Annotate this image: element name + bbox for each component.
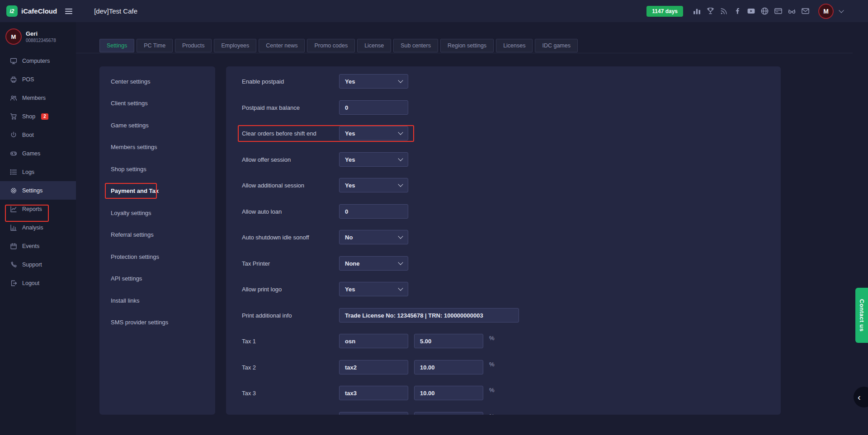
glasses-icon[interactable] [788,7,796,15]
globe-icon[interactable] [760,7,769,15]
sidebar-item-settings[interactable]: Settings [0,181,76,200]
bar-chart-icon[interactable] [693,7,701,15]
youtube-icon[interactable] [747,7,755,15]
sidebar-item-boot[interactable]: Boot [0,126,76,144]
chevron-down-icon [398,182,403,187]
monitor-icon [10,57,17,65]
sidebar-item-logs[interactable]: Logs [0,163,76,181]
sidebar-item-computers[interactable]: Computers [0,51,76,70]
sidebar-item-games[interactable]: Games [0,144,76,163]
enable-postpaid-select[interactable]: Yes [339,74,408,89]
allow-additional-session-select[interactable]: Yes [339,178,408,192]
select-value: Yes [345,78,355,85]
user-id: 008812345678 [26,37,56,43]
settings-nav-item-center-settings[interactable]: Center settings [99,70,215,93]
settings-nav-item-shop-settings[interactable]: Shop settings [99,158,215,180]
settings-nav-item-api-settings[interactable]: API settings [99,268,215,290]
settings-form-panel: Enable postpaidYesPostpaid max balance0C… [226,66,781,415]
sidebar-item-label: Shop [22,113,35,120]
tab-region-settings[interactable]: Region settings [440,39,494,52]
tab-promo-codes[interactable]: Promo codes [307,39,355,52]
tax-2-name-input[interactable]: tax2 [339,360,408,374]
tab-idc-games[interactable]: IDC games [535,39,578,52]
allow-offer-session-select[interactable]: Yes [339,152,408,167]
form-label: Tax 2 [242,364,256,371]
settings-nav-item-game-settings[interactable]: Game settings [99,114,215,136]
sidebar-item-members[interactable]: Members [0,89,76,107]
rss-icon[interactable] [720,7,728,15]
clear-orders-before-shift-end-select[interactable]: Yes [339,126,408,140]
tab-settings[interactable]: Settings [99,39,134,52]
brand-name: iCafeCloud [21,7,57,15]
settings-nav-item-install-links[interactable]: Install links [99,290,215,312]
form-row-clipped: % [226,412,781,415]
sidebar: M Geri 008812345678 ComputersPOSMembersS… [0,22,76,435]
license-days-badge[interactable]: 1147 days [646,6,683,17]
auto-shutdown-idle-sonoff-select[interactable]: No [339,230,408,244]
tab-bar: SettingsPC TimeProductsEmployeesCenter n… [99,39,578,52]
tax-3-percent-input[interactable]: 10.00 [414,386,483,400]
settings-nav-item-client-settings[interactable]: Client settings [99,93,215,115]
postpaid-max-balance-input[interactable]: 0 [339,100,408,115]
print-additional-info-input[interactable]: Trade License No: 12345678 | TRN: 100000… [339,308,519,323]
sidebar-item-label: Events [22,243,39,249]
settings-nav-item-referral-settings[interactable]: Referral settings [99,224,215,246]
settings-nav-panel: Center settingsClient settingsGame setti… [99,66,215,415]
tax-name-input[interactable] [339,412,408,415]
app-logo-glyph: i2 [9,8,14,14]
tab-licenses[interactable]: Licenses [496,39,533,52]
settings-nav-list: Center settingsClient settingsGame setti… [99,70,215,333]
tax-printer-select[interactable]: None [339,256,408,271]
sidebar-item-shop[interactable]: Shop2 [0,107,76,126]
gear-icon [10,187,17,194]
tab-center-news[interactable]: Center news [259,39,305,52]
tax-percent-input[interactable] [414,412,483,415]
tab-sub-centers[interactable]: Sub centers [393,39,438,52]
card-icon[interactable] [774,7,783,15]
allow-auto-loan-input[interactable]: 0 [339,204,408,219]
settings-nav-item-payment-and-tax[interactable]: Payment and Tax [99,180,215,202]
sidebar-user: M Geri 008812345678 [0,22,76,47]
settings-nav-item-sms-provider-settings[interactable]: SMS provider settings [99,312,215,334]
shop-count-badge: 2 [41,113,48,120]
allow-print-logo-select[interactable]: Yes [339,282,408,296]
sidebar-item-label: Logout [22,280,39,286]
form-label: Tax 1 [242,338,256,345]
power-icon [10,131,17,139]
form-label: Tax 3 [242,390,256,397]
facebook-icon[interactable] [733,7,742,15]
tab-employees[interactable]: Employees [214,39,256,52]
sidebar-item-pos[interactable]: POS [0,70,76,89]
form-row-allow-additional-session: Allow additional sessionYes [226,178,781,192]
form-row-tax-3: Tax 3tax310.00% [226,386,781,400]
tab-license[interactable]: License [357,39,391,52]
tax-3-name-input[interactable]: tax3 [339,386,408,400]
sidebar-item-reports[interactable]: Reports [0,200,76,218]
tax-2-percent-input[interactable]: 10.00 [414,360,483,374]
settings-nav-item-loyalty-settings[interactable]: Loyalty settings [99,202,215,224]
sidebar-item-logout[interactable]: Logout [0,274,76,292]
chevron-down-icon[interactable] [839,8,844,13]
user-avatar[interactable]: M [818,4,834,19]
form-label: Allow auto loan [242,208,282,215]
phone-icon [10,261,17,268]
sidebar-item-events[interactable]: Events [0,237,76,255]
tab-pc-time[interactable]: PC Time [137,39,173,52]
tax-1-percent-input[interactable]: 5.00 [414,334,483,348]
form-row-allow-offer-session: Allow offer sessionYes [226,152,781,167]
trophy-icon[interactable] [706,7,715,15]
tab-products[interactable]: Products [175,39,212,52]
sidebar-item-support[interactable]: Support [0,255,76,274]
line-chart-icon [10,206,17,213]
settings-nav-item-members-settings[interactable]: Members settings [99,136,215,159]
sidebar-item-label: Logs [22,169,34,175]
sidebar-item-analysis[interactable]: Analysis [0,218,76,237]
tax-1-name-input[interactable]: osn [339,334,408,348]
settings-nav-item-protection-settings[interactable]: Protection settings [99,246,215,268]
menu-toggle-icon[interactable] [63,7,74,16]
chat-widget-toggle[interactable]: ‹ [854,387,868,407]
avatar-letter: M [823,8,829,15]
contact-us-button[interactable]: Contact us [855,288,868,343]
mail-icon[interactable] [801,7,810,15]
list-icon [10,168,17,176]
